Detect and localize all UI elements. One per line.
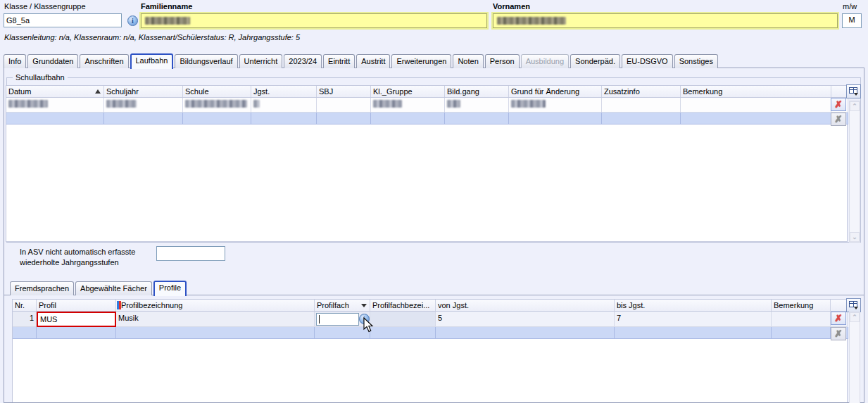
redacted-cell[interactable] [509,98,602,113]
profile-row[interactable]: 1 MUS Musik 5 7 [13,312,847,327]
empty-cell[interactable] [251,113,317,124]
cell-profilfachbez[interactable] [370,312,436,327]
redacted-value [106,100,137,108]
tab-2023-24[interactable]: 2023/24 [284,54,322,68]
empty-cell[interactable] [509,113,602,124]
delete-profile-row-button[interactable]: ✗ [831,312,846,325]
col-header-kl-gruppe[interactable]: Kl._Gruppe [371,86,445,97]
table-row[interactable] [6,98,847,113]
empty-cell[interactable] [371,113,445,124]
empty-cell[interactable] [37,327,116,339]
col-header-zusatzinfo[interactable]: Zusatzinfo [602,86,681,97]
col-header-profilbezeichnung[interactable]: Profilbezeichnung [116,300,315,311]
col-header-profil[interactable]: Profil [37,300,116,311]
tab-person[interactable]: Person [485,54,520,68]
vornamen-field[interactable] [493,13,838,28]
empty-cell[interactable] [317,113,371,124]
empty-cell[interactable] [772,327,831,339]
tab-unterricht[interactable]: Unterricht [239,54,283,68]
scrollbar-up-icon[interactable]: ⌃ [850,312,860,322]
tab-abgew-hlte-f-cher[interactable]: Abgewählte Fächer [75,281,152,295]
empty-cell[interactable] [13,327,37,339]
empty-cell[interactable] [602,113,681,124]
empty-cell[interactable] [445,113,509,124]
redacted-cell[interactable] [251,98,317,113]
empty-cell[interactable] [615,327,772,339]
redacted-cell[interactable] [371,98,445,113]
redacted-cell[interactable] [602,98,681,113]
col-header-bemerkung[interactable]: Bemerkung [681,86,831,97]
empty-cell[interactable] [315,327,370,339]
tab-austritt[interactable]: Austritt [356,54,390,68]
empty-cell[interactable] [116,327,315,339]
col-header-von-jgst[interactable]: von Jgst. [436,300,615,311]
class-group-input[interactable] [4,13,122,27]
col-header-sbj[interactable]: SBJ [317,86,371,97]
col-header-label: Grund für Änderung [511,87,579,96]
profilfach-info-icon[interactable]: i [359,314,370,324]
col-header-schuljahr[interactable]: Schuljahr [104,86,183,97]
tab-laufbahn[interactable]: Laufbahn [130,53,174,69]
col-header-datum[interactable]: Datum [6,86,104,97]
tab-erweiterungen[interactable]: Erweiterungen [391,54,451,68]
empty-cell[interactable] [6,113,104,124]
gender-field[interactable]: M [842,13,862,28]
redacted-cell[interactable] [183,98,251,113]
redacted-cell[interactable] [104,98,183,113]
col-header-bemerkung[interactable]: Bemerkung [772,300,831,311]
cell-profilbezeichnung[interactable]: Musik [116,312,315,327]
profile-row-selected[interactable] [13,327,847,339]
delete-row-button[interactable]: ✗ [831,98,846,111]
cell-bis-jgst[interactable]: 7 [615,312,772,327]
tab-bildungsverlauf[interactable]: Bildungsverlauf [175,54,237,68]
table-row-selected[interactable] [6,113,847,124]
cell-nr[interactable]: 1 [13,312,37,327]
col-header-label: Bemerkung [683,87,722,96]
redacted-cell[interactable] [317,98,371,113]
familienname-field[interactable] [141,13,487,28]
tab-eintritt[interactable]: Eintritt [323,54,355,68]
asv-note-line1: In ASV nicht automatisch erfasste [20,248,135,256]
delete-row-button-selected[interactable]: ✗ [831,113,846,126]
column-config-button[interactable] [846,84,861,98]
redacted-cell[interactable] [681,98,831,113]
empty-cell[interactable] [104,113,183,124]
chevron-down-icon [854,307,858,309]
tab-fremdsprachen[interactable]: Fremdsprachen [10,281,74,295]
col-header-bild-gang[interactable]: Bild.gang [445,86,509,97]
tab-eu-dsgvo[interactable]: EU-DSGVO [622,54,673,68]
tab-sonstiges[interactable]: Sonstiges [674,54,718,68]
empty-cell[interactable] [681,113,831,124]
cell-profil-selected[interactable]: MUS [37,312,116,327]
scrollbar-down-icon[interactable]: ⌄ [850,232,860,242]
empty-cell[interactable] [370,327,436,339]
tab-info[interactable]: Info [4,54,26,68]
cell-von-jgst[interactable]: 5 [436,312,615,327]
tab-anschriften[interactable]: Anschriften [80,54,128,68]
scrollbar-up-icon[interactable]: ⌃ [850,101,860,111]
empty-cell[interactable] [436,327,615,339]
info-icon[interactable]: i [127,15,138,26]
redacted-cell[interactable] [445,98,509,113]
wiederholte-jgst-input[interactable] [156,246,225,261]
tab-grunddaten[interactable]: Grunddaten [27,54,78,68]
col-header-jgst[interactable]: Jgst. [251,86,317,97]
col-header-nr[interactable]: Nr. [13,300,37,311]
profile-scrollbar[interactable]: ⌃ [849,312,860,403]
cell-bemerkung[interactable] [772,312,831,327]
tab-noten[interactable]: Noten [453,54,483,68]
col-header-bis-jgst[interactable]: bis Jgst. [615,300,772,311]
col-header-profilfach[interactable]: Profilfach [315,300,370,311]
redacted-cell[interactable] [6,98,104,113]
col-header-profilfachbezei[interactable]: Profilfachbezei... [370,300,436,311]
tab-profile[interactable]: Profile [153,281,187,296]
col-header-schule[interactable]: Schule [183,86,251,97]
schullaufbahn-scrollbar[interactable]: ⌃ ⌄ [849,101,860,243]
col-header-label: Profil [39,301,56,309]
profilfach-input[interactable] [316,313,359,326]
delete-profile-row-button-selected[interactable]: ✗ [831,327,846,340]
empty-cell[interactable] [183,113,251,124]
column-config-button-profile[interactable] [846,298,861,312]
col-header-grund-f-r-nderung[interactable]: Grund für Änderung [509,86,602,97]
tab-sonderp-d[interactable]: Sonderpäd. [570,54,620,68]
